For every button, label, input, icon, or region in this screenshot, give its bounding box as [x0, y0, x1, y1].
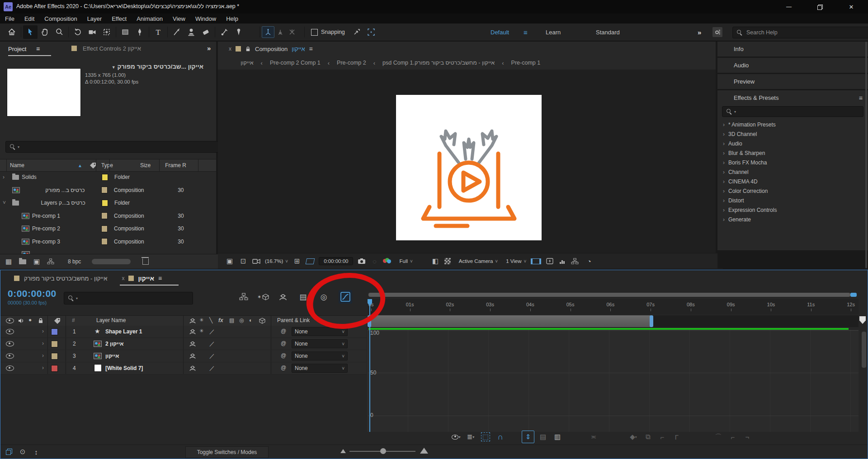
- frame-blending-icon[interactable]: ▤: [297, 291, 309, 303]
- graph-filter-icon[interactable]: ≣▾: [465, 431, 476, 443]
- composition-tab[interactable]: x Composition אייקון ≡: [218, 42, 716, 56]
- graph-editor-button[interactable]: [339, 290, 352, 304]
- effects-category[interactable]: › CINEMA 4D: [717, 177, 868, 186]
- quality-icon[interactable]: ／: [209, 328, 215, 336]
- zoom-tool[interactable]: [52, 25, 66, 39]
- chevron-right-icon[interactable]: ›: [723, 178, 725, 185]
- layer-row[interactable]: › 2 אייקון 2 ／ @ None˅: [0, 338, 367, 350]
- footer-scrollbar[interactable]: [92, 259, 131, 264]
- chevron-right-icon[interactable]: ›: [723, 197, 725, 204]
- world-axis-mode-icon[interactable]: [274, 25, 286, 39]
- shy-icon[interactable]: [189, 341, 197, 347]
- label-swatch[interactable]: [101, 225, 108, 232]
- close-tab-icon[interactable]: x: [229, 46, 231, 52]
- interpret-footage-icon[interactable]: ▦: [5, 256, 13, 267]
- adjust-icon[interactable]: [47, 258, 54, 265]
- effects-category[interactable]: › Color Correction: [717, 186, 868, 196]
- menu-item[interactable]: Edit: [19, 15, 39, 22]
- effects-category[interactable]: › * Animation Presets: [717, 120, 868, 129]
- view-axis-mode-icon[interactable]: [286, 25, 298, 39]
- expand-layer-icon[interactable]: ›: [42, 365, 44, 371]
- composition-viewport[interactable]: [218, 70, 716, 253]
- new-composition-icon[interactable]: ▣: [33, 256, 41, 267]
- label-swatch[interactable]: [101, 187, 108, 193]
- project-row[interactable]: Pre-comp 1 Composition 30: [0, 210, 216, 223]
- graph-visibility-icon[interactable]: ▾: [450, 431, 462, 443]
- time-ruler[interactable]: 0s01s02s03s04s05s06s07s08s09s10s11s12s: [368, 299, 859, 314]
- audio-panel-header[interactable]: Audio: [717, 58, 868, 73]
- local-axis-mode-icon[interactable]: [262, 26, 274, 38]
- color-depth-button[interactable]: 8 bpc: [68, 258, 81, 265]
- layer-row[interactable]: › 1 ★ Shape Layer 1 ✳ ／ @ None˅: [0, 326, 367, 338]
- clone-stamp-tool[interactable]: [184, 25, 198, 39]
- timeline-zoom-slider[interactable]: [349, 451, 415, 452]
- mask-visibility-icon[interactable]: ◧: [431, 255, 440, 267]
- puppet-pin-tool[interactable]: [231, 25, 246, 39]
- breadcrumb-item[interactable]: Pre-comp 2: [337, 60, 366, 66]
- fast-previews-icon[interactable]: [546, 255, 554, 267]
- selected-item-name[interactable]: אייקון ...שב/כרטיס ביקור מפורק ▼: [85, 63, 203, 70]
- column-frame-rate[interactable]: Frame R: [165, 162, 186, 169]
- parent-select[interactable]: None˅: [292, 327, 348, 336]
- chevron-right-icon[interactable]: ›: [723, 169, 725, 175]
- region-of-interest-icon[interactable]: [306, 258, 315, 264]
- close-button[interactable]: ✕: [841, 0, 862, 14]
- sort-ascending-icon[interactable]: ▲: [78, 163, 82, 168]
- project-row[interactable]: Pre-comp 2 Composition 30: [0, 222, 216, 235]
- chevron-right-icon[interactable]: ›: [723, 131, 725, 137]
- snap-edges-icon[interactable]: [349, 25, 364, 39]
- breadcrumb-item[interactable]: Pre-comp 2 Comp 1: [270, 60, 321, 66]
- collapse-icon[interactable]: ✳: [199, 328, 203, 334]
- workspace-default[interactable]: Default: [491, 29, 509, 36]
- motion-blur-icon[interactable]: ◎: [318, 291, 330, 303]
- keyframe-velocity-icon[interactable]: ⌐: [656, 431, 668, 443]
- shy-layers-icon[interactable]: [278, 293, 288, 301]
- menu-item[interactable]: Help: [221, 15, 243, 22]
- sidebar-scrollbar[interactable]: [865, 42, 867, 268]
- eye-icon[interactable]: [6, 353, 14, 359]
- zoom-in-mountain-icon[interactable]: [420, 448, 428, 454]
- auto-zoom-height-icon[interactable]: ⇕: [522, 431, 534, 443]
- breadcrumb-item[interactable]: אייקון - מחשב/כרטיס ביקור מפורק.psd Comp…: [382, 60, 495, 66]
- tab-menu-icon[interactable]: ≡: [158, 275, 162, 282]
- parent-pickwhip-icon[interactable]: @: [281, 340, 286, 347]
- panel-overflow[interactable]: »: [207, 44, 211, 52]
- keyframe-icon[interactable]: ◆▾: [627, 431, 639, 443]
- chevron-right-icon[interactable]: ›: [723, 159, 725, 166]
- info-panel-header[interactable]: Info: [717, 42, 868, 56]
- preview-panel-header[interactable]: Preview: [717, 74, 868, 89]
- timeline-search-box[interactable]: ▾: [64, 292, 193, 304]
- expand-layer-icon[interactable]: ›: [42, 340, 44, 347]
- column-size[interactable]: Size: [140, 162, 151, 169]
- resolution-select[interactable]: Full˅: [399, 258, 412, 264]
- quality-icon[interactable]: ／: [209, 365, 215, 372]
- fit-selection-icon[interactable]: ▤: [537, 431, 549, 443]
- fit-all-graphs-icon[interactable]: ▥: [552, 431, 563, 443]
- label-swatch[interactable]: [102, 200, 108, 206]
- snap-icon[interactable]: ∩: [495, 431, 506, 443]
- project-tab-menu-icon[interactable]: ≡: [36, 45, 40, 52]
- parent-select[interactable]: None˅: [292, 351, 348, 361]
- effects-category[interactable]: › Distort: [717, 196, 868, 205]
- pixel-aspect-icon[interactable]: [531, 258, 541, 264]
- hand-tool[interactable]: [38, 25, 52, 39]
- label-swatch[interactable]: [51, 353, 58, 360]
- restore-button[interactable]: [809, 0, 830, 14]
- always-preview-icon[interactable]: ▣: [225, 255, 234, 267]
- workspace-menu-icon[interactable]: ≡: [524, 28, 528, 36]
- shy-icon[interactable]: [189, 353, 197, 359]
- rotation-tool[interactable]: [71, 25, 85, 39]
- pen-tool[interactable]: [132, 25, 147, 39]
- breadcrumb-item[interactable]: Pre-comp 1: [511, 60, 541, 66]
- effects-category[interactable]: › Channel: [717, 167, 868, 177]
- channels-icon[interactable]: [383, 258, 391, 264]
- current-timecode[interactable]: 0:00:00:00: [8, 288, 57, 299]
- project-tab[interactable]: Project ≡: [8, 45, 40, 52]
- show-snapshot-icon[interactable]: ◌: [370, 255, 378, 267]
- menu-item[interactable]: Window: [190, 15, 221, 22]
- layer-name[interactable]: אייקון: [105, 353, 119, 359]
- layer-name[interactable]: [White Solid 7]: [105, 365, 143, 371]
- quality-icon[interactable]: ／: [209, 340, 215, 348]
- expand-layer-switches-icon[interactable]: [6, 449, 12, 455]
- effects-category[interactable]: › Boris FX Mocha: [717, 158, 868, 167]
